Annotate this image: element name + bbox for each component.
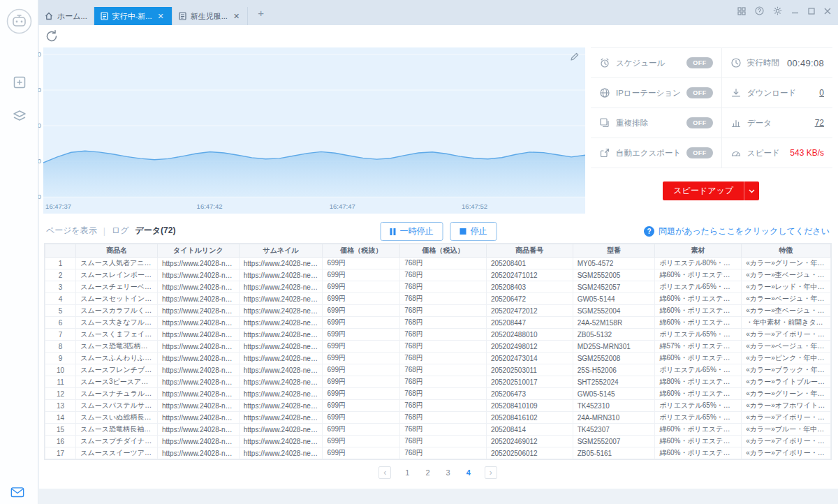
download-row: ダウンロード 0 <box>722 78 832 108</box>
table-cell: 699円 <box>323 258 400 269</box>
table-cell: スムースプチダイナソー長... <box>76 436 158 447</box>
table-row[interactable]: 5スムースカラフルくるま柄...https://www.24028-net.jp… <box>45 305 831 317</box>
table-cell: 768円 <box>400 436 487 447</box>
close-icon[interactable] <box>824 8 831 15</box>
table-cell: スムースチェリーベア長袖... <box>76 281 158 293</box>
table-row[interactable]: 11スムース3ピースアニマル長...https://www.24028-net.… <box>45 376 831 388</box>
table-cell: https://www.24028-net.jp/ite... <box>157 376 239 388</box>
table-cell: 5 <box>45 305 76 317</box>
table-row[interactable]: 16スムースプチダイナソー長...https://www.24028-net.j… <box>45 436 831 447</box>
table-row[interactable]: 14スムースいぬ総柄長袖プレ...https://www.24028-net.j… <box>45 412 831 424</box>
pause-button[interactable]: 一時停止 <box>381 222 443 241</box>
column-header[interactable]: タイトルリンク <box>157 244 239 258</box>
column-header[interactable]: 価格（税抜） <box>323 244 400 258</box>
new-task-icon[interactable] <box>13 75 27 89</box>
column-header[interactable]: 型番 <box>573 244 655 258</box>
tab-close-icon[interactable]: ✕ <box>156 12 166 21</box>
table-cell: 699円 <box>323 447 400 459</box>
status-grid: スケジュール OFF 実行時間 00:49:08 IPローテーション OFF <box>591 47 832 168</box>
stop-button[interactable]: 停止 <box>450 222 497 241</box>
table-row[interactable]: 3スムースチェリーベア長袖...https://www.24028-net.jp… <box>45 281 831 293</box>
table-row[interactable]: 8スムース恐竜3匹柄長袖コンビ...https://www.24028-net.… <box>45 341 831 353</box>
speed-up-button[interactable]: スピードアップ <box>663 181 759 200</box>
trouble-help-link[interactable]: ? 問題があったらここをクリックしてください <box>644 225 830 237</box>
page-number[interactable]: 1 <box>403 468 411 477</box>
table-cell: 699円 <box>323 269 400 281</box>
tab-show-page[interactable]: ページを表示 <box>46 225 97 237</box>
table-cell: スムースレインボー総柄長... <box>76 269 158 281</box>
page-number[interactable]: 2 <box>423 468 432 477</box>
table-cell: スムースふんわりふわふわ... <box>76 353 158 364</box>
column-header[interactable]: サムネイル <box>239 244 323 258</box>
table-cell: https://www.24028-net.jp/cli... <box>239 317 323 329</box>
new-tab-button[interactable]: + <box>255 6 267 20</box>
export-icon <box>599 147 610 158</box>
chevron-down-icon[interactable] <box>744 181 759 200</box>
table-row[interactable]: 9スムースふんわりふわふわ...https://www.24028-net.jp… <box>45 353 831 364</box>
page-number[interactable]: 3 <box>444 468 453 477</box>
left-sidebar <box>0 0 38 504</box>
table-cell: «カラー»ピンク・年中素材... <box>742 353 831 364</box>
table-row[interactable]: 13スムースパステルサーカス...https://www.24028-net.j… <box>45 400 831 412</box>
column-header[interactable]: 商品名 <box>76 244 158 258</box>
column-header[interactable]: 商品番号 <box>486 244 573 258</box>
column-header[interactable]: 素材 <box>655 244 742 258</box>
tab-label: 新生児服... <box>191 11 228 22</box>
tab-newborn-clothes[interactable]: 新生児服... ✕ <box>172 7 248 25</box>
column-header[interactable]: 価格（税込） <box>400 244 487 258</box>
table-cell: 699円 <box>323 353 400 364</box>
help-icon[interactable] <box>755 6 764 15</box>
table-row[interactable]: 12スムースナチュラルグリー...https://www.24028-net.j… <box>45 388 831 400</box>
schedule-toggle[interactable]: OFF <box>686 57 713 68</box>
edit-pencil-icon[interactable] <box>570 52 580 61</box>
column-header[interactable]: 特徴 <box>742 244 831 258</box>
refresh-icon[interactable] <box>45 29 59 43</box>
table-cell: 205202472012 <box>486 305 573 317</box>
table-cell: 768円 <box>400 329 487 341</box>
x-axis-tick: 16:47:37 <box>45 202 71 210</box>
table-row[interactable]: 17スムーススイーツアニマル...https://www.24028-net.j… <box>45 447 831 459</box>
table-cell: 205202503011 <box>486 364 573 376</box>
table-cell: GW05-5144 <box>573 293 655 305</box>
tab-home[interactable]: ホーム... <box>38 7 94 25</box>
column-header[interactable] <box>45 244 76 258</box>
x-axis-tick: 16:47:42 <box>197 202 223 210</box>
table-cell: ポリエステル65%・綿35% <box>655 364 742 376</box>
tab-data[interactable]: データ(72) <box>135 225 176 237</box>
tab-close-icon[interactable]: ✕ <box>232 12 241 21</box>
task-list-icon[interactable] <box>13 109 27 123</box>
download-count[interactable]: 0 <box>819 88 824 98</box>
table-row[interactable]: 10スムースフレンチブルフェ...https://www.24028-net.j… <box>45 364 831 376</box>
maximize-icon[interactable] <box>808 8 815 15</box>
table-cell: ZB05-5161 <box>573 447 655 459</box>
mail-icon[interactable] <box>10 487 24 501</box>
dedup-toggle[interactable]: OFF <box>686 117 713 128</box>
settings-gear-icon[interactable] <box>773 6 782 15</box>
table-cell: 205208447 <box>486 317 573 329</box>
apps-grid-icon[interactable] <box>737 7 746 15</box>
tab-log[interactable]: ログ <box>112 225 129 237</box>
table-cell: 768円 <box>400 424 487 436</box>
table-row[interactable]: 4スムースセットインサーカ...https://www.24028-net.jp… <box>45 293 831 305</box>
next-page-icon[interactable]: › <box>485 466 497 479</box>
table-cell: 10 <box>45 364 76 376</box>
table-cell: https://www.24028-net.jp/ite... <box>157 305 239 317</box>
table-cell: 699円 <box>323 424 400 436</box>
ip-rotation-toggle[interactable]: OFF <box>686 87 713 98</box>
table-cell: 25S-H52006 <box>573 364 655 376</box>
table-cell: «カラー»オフホワイト・年... <box>742 400 831 412</box>
data-count-value[interactable]: 72 <box>815 118 824 128</box>
auto-export-toggle[interactable]: OFF <box>686 147 713 158</box>
table-row[interactable]: 15スムース恐竜柄長袖プレ...https://www.24028-net.jp… <box>45 424 831 436</box>
speed-up-label: スピードアップ <box>663 181 744 200</box>
table-cell: 205202471012 <box>486 269 573 281</box>
table-row[interactable]: 7スムースくまフェイス総柄...https://www.24028-net.jp… <box>45 329 831 341</box>
tab-label: ホーム... <box>57 11 87 22</box>
table-row[interactable]: 1スムース人気者アニマル長...https://www.24028-net.jp… <box>45 258 831 269</box>
table-row[interactable]: 2スムースレインボー総柄長...https://www.24028-net.jp… <box>45 269 831 281</box>
minimize-icon[interactable] <box>791 7 799 15</box>
prev-page-icon[interactable]: ‹ <box>378 466 391 479</box>
page-number[interactable]: 4 <box>464 468 473 477</box>
tab-running-task[interactable]: 実行中-新... ✕ <box>94 7 172 25</box>
table-row[interactable]: 6スムース大きなフルーツ総...https://www.24028-net.jp… <box>45 317 831 329</box>
